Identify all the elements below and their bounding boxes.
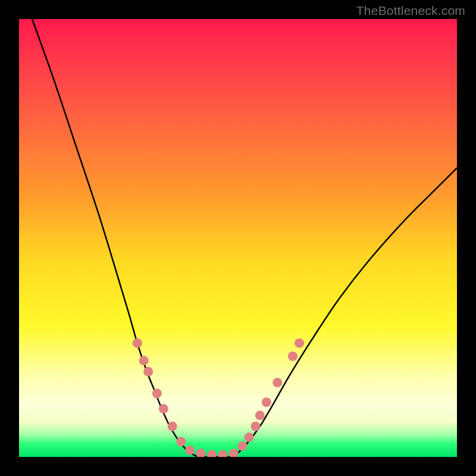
bottleneck-curve	[32, 19, 457, 457]
marker-dot	[262, 397, 271, 407]
marker-dot	[143, 367, 153, 376]
chart-svg	[19, 19, 457, 457]
marker-dot	[185, 446, 195, 455]
watermark-text: TheBottleneck.com	[356, 4, 465, 18]
marker-dot	[207, 450, 217, 457]
marker-dot	[229, 449, 239, 457]
marker-dot	[218, 450, 227, 457]
marker-dot	[295, 339, 304, 348]
marker-dot	[196, 449, 205, 457]
marker-dot	[133, 339, 142, 348]
marker-dot	[152, 389, 162, 398]
marker-dot	[159, 404, 168, 414]
marker-dot	[273, 378, 282, 387]
marker-dot	[139, 356, 149, 365]
curve-path	[32, 19, 457, 457]
marker-dot	[255, 411, 265, 420]
plot-area	[19, 19, 457, 457]
marker-dot	[176, 437, 186, 446]
marker-dot	[244, 433, 253, 442]
highlight-markers	[133, 339, 304, 457]
marker-dot	[250, 421, 260, 431]
marker-dot	[237, 441, 247, 451]
marker-dot	[168, 421, 177, 431]
marker-dot	[288, 352, 298, 361]
chart-frame: TheBottleneck.com	[0, 0, 476, 476]
